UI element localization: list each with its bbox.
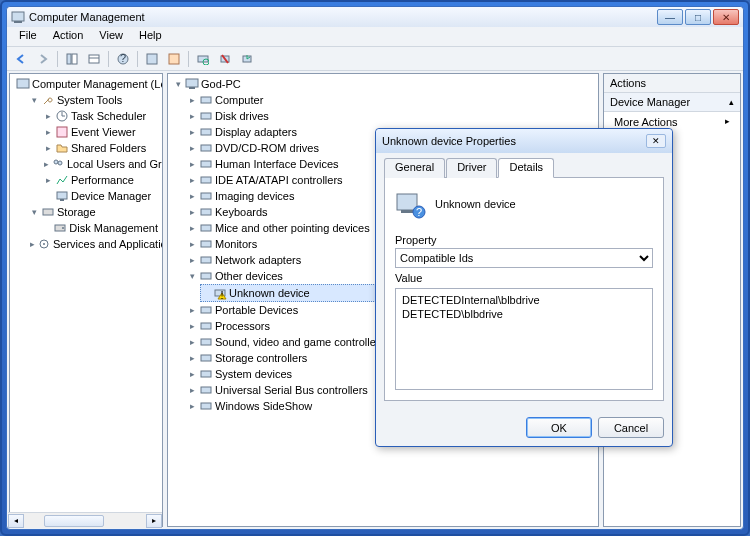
tab-driver[interactable]: Driver xyxy=(446,158,497,178)
scroll-thumb[interactable] xyxy=(44,515,104,527)
svg-rect-39 xyxy=(201,257,211,263)
value-label: Value xyxy=(395,272,653,284)
expand-icon[interactable]: ▸ xyxy=(188,192,197,201)
property-label: Property xyxy=(395,234,653,246)
svg-rect-20 xyxy=(57,192,67,199)
expand-icon[interactable]: ▸ xyxy=(188,354,197,363)
device-category-icon xyxy=(199,399,213,413)
tab-page-details: ? Unknown device Property Compatible Ids… xyxy=(384,177,664,401)
expand-icon[interactable]: ▸ xyxy=(44,144,53,153)
expand-icon[interactable]: ▸ xyxy=(44,128,53,137)
menu-file[interactable]: File xyxy=(11,27,45,46)
event-viewer[interactable]: Event Viewer xyxy=(71,124,136,140)
tools-icon xyxy=(41,93,55,107)
device-category-icon xyxy=(199,253,213,267)
svg-rect-0 xyxy=(12,12,24,21)
collapse-icon[interactable]: ▾ xyxy=(30,208,39,217)
svg-rect-38 xyxy=(201,241,211,247)
menu-view[interactable]: View xyxy=(91,27,131,46)
expand-icon[interactable]: ▸ xyxy=(188,112,197,121)
expand-icon[interactable]: ▾ xyxy=(188,272,197,281)
show-hide-tree-button[interactable] xyxy=(62,49,82,69)
forward-button[interactable] xyxy=(33,49,53,69)
left-pane: Computer Management (Local ▾System Tools… xyxy=(9,73,163,527)
scan-hardware-button[interactable] xyxy=(193,49,213,69)
dialog-titlebar[interactable]: Unknown device Properties ✕ xyxy=(376,129,672,153)
property-select[interactable]: Compatible Ids xyxy=(395,248,653,268)
titlebar[interactable]: Computer Management — □ ✕ xyxy=(7,7,743,27)
scroll-right-button[interactable]: ▸ xyxy=(146,514,162,528)
value-item[interactable]: DETECTEDInternal\blbdrive xyxy=(400,293,648,307)
svg-rect-30 xyxy=(201,113,211,119)
expand-icon[interactable]: ▸ xyxy=(188,144,197,153)
cancel-button[interactable]: Cancel xyxy=(598,417,664,438)
device-tree-item[interactable]: ▸Computer xyxy=(186,92,596,108)
toolbar-icon-2[interactable] xyxy=(164,49,184,69)
expand-icon[interactable]: ▸ xyxy=(188,256,197,265)
value-listbox[interactable]: DETECTEDInternal\blbdrive DETECTED\blbdr… xyxy=(395,288,653,390)
performance[interactable]: Performance xyxy=(71,172,134,188)
help-button[interactable]: ? xyxy=(113,49,133,69)
svg-rect-40 xyxy=(201,273,211,279)
expand-icon[interactable]: ▸ xyxy=(188,240,197,249)
console-tree[interactable]: Computer Management (Local ▾System Tools… xyxy=(10,74,162,254)
menu-action[interactable]: Action xyxy=(45,27,92,46)
tab-general[interactable]: General xyxy=(384,158,445,178)
expand-icon[interactable]: ▸ xyxy=(188,370,197,379)
local-users[interactable]: Local Users and Groups xyxy=(67,156,163,172)
close-button[interactable]: ✕ xyxy=(713,9,739,25)
expand-icon[interactable]: ▸ xyxy=(188,386,197,395)
properties-dialog[interactable]: Unknown device Properties ✕ General Driv… xyxy=(375,128,673,447)
device-category-icon xyxy=(199,157,213,171)
device-manager[interactable]: Device Manager xyxy=(71,188,151,204)
collapse-icon[interactable]: ▾ xyxy=(174,80,183,89)
actions-section[interactable]: Device Manager ▴ xyxy=(604,93,740,112)
expand-icon[interactable]: ▸ xyxy=(188,176,197,185)
maximize-button[interactable]: □ xyxy=(685,9,711,25)
task-scheduler[interactable]: Task Scheduler xyxy=(71,108,146,124)
left-pane-scrollbar[interactable]: ◂ ▸ xyxy=(9,512,162,527)
expand-icon[interactable]: ▸ xyxy=(188,306,197,315)
minimize-button[interactable]: — xyxy=(657,9,683,25)
back-button[interactable] xyxy=(11,49,31,69)
ok-button[interactable]: OK xyxy=(526,417,592,438)
expand-icon[interactable]: ▸ xyxy=(188,208,197,217)
uninstall-button[interactable] xyxy=(215,49,235,69)
scroll-left-button[interactable]: ◂ xyxy=(9,514,24,528)
toolbar-icon-1[interactable] xyxy=(142,49,162,69)
dialog-close-button[interactable]: ✕ xyxy=(646,134,666,148)
update-driver-button[interactable] xyxy=(237,49,257,69)
properties-button[interactable] xyxy=(84,49,104,69)
window-title: Computer Management xyxy=(29,11,655,23)
actions-section-label: Device Manager xyxy=(610,96,690,108)
device-tree-label: DVD/CD-ROM drives xyxy=(215,140,319,156)
device-category-icon xyxy=(199,335,213,349)
expand-icon[interactable]: ▸ xyxy=(30,240,35,249)
expand-icon[interactable]: ▸ xyxy=(44,160,49,169)
expand-icon[interactable]: ▸ xyxy=(188,338,197,347)
device-root: God-PC xyxy=(201,76,241,92)
disk-management[interactable]: Disk Management xyxy=(69,220,158,236)
expand-icon[interactable]: ▸ xyxy=(188,322,197,331)
services-apps[interactable]: Services and Applications xyxy=(53,236,163,252)
svg-rect-17 xyxy=(57,127,67,137)
expand-icon[interactable]: ▸ xyxy=(188,402,197,411)
device-tree-item[interactable]: ▸Disk drives xyxy=(186,108,596,124)
collapse-icon[interactable]: ▾ xyxy=(30,96,39,105)
expand-icon[interactable]: ▸ xyxy=(44,112,53,121)
svg-point-19 xyxy=(58,161,62,165)
expand-icon[interactable]: ▸ xyxy=(188,224,197,233)
expand-icon[interactable]: ▸ xyxy=(188,160,197,169)
menu-help[interactable]: Help xyxy=(131,27,170,46)
device-tree-label: IDE ATA/ATAPI controllers xyxy=(215,172,343,188)
expand-icon[interactable]: ▸ xyxy=(44,176,53,185)
device-category-icon xyxy=(199,125,213,139)
collapse-section-icon[interactable]: ▴ xyxy=(729,97,734,107)
menubar: File Action View Help xyxy=(7,27,743,47)
shared-folders[interactable]: Shared Folders xyxy=(71,140,146,156)
computer-icon xyxy=(185,77,199,91)
tab-details[interactable]: Details xyxy=(498,158,554,178)
value-item[interactable]: DETECTED\blbdrive xyxy=(400,307,648,321)
expand-icon[interactable]: ▸ xyxy=(188,128,197,137)
expand-icon[interactable]: ▸ xyxy=(188,96,197,105)
